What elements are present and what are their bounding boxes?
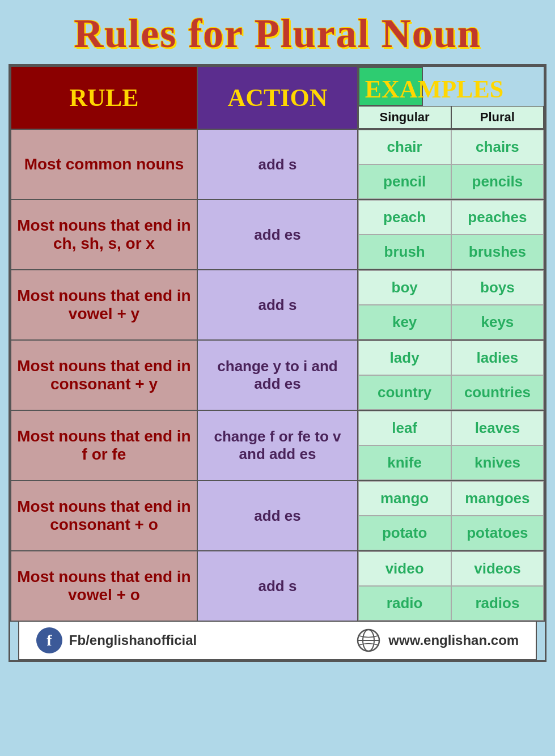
rule-cell: Most nouns that end in vowel + y	[11, 270, 198, 340]
example-pair: brushbrushes	[358, 235, 544, 269]
rule-cell: Most nouns that end in ch, sh, s, or x	[11, 199, 198, 270]
col-rule-header: RULE	[11, 66, 198, 129]
example-singular: knife	[358, 445, 451, 480]
table-row: Most common nounsadd schairchairspencilp…	[11, 129, 545, 199]
example-singular: brush	[358, 235, 451, 269]
action-cell: add s	[197, 551, 357, 621]
example-plural: pencils	[451, 164, 544, 199]
col-plural-label: Plural	[451, 106, 544, 129]
example-singular: lady	[358, 341, 451, 375]
example-plural: radios	[451, 586, 544, 621]
footer-web-section: www.englishan.com	[355, 627, 519, 653]
example-singular: potato	[358, 516, 451, 550]
example-singular: peach	[358, 200, 451, 235]
page-title: Rules for Plural Noun	[6, 10, 549, 57]
facebook-icon: f	[36, 627, 62, 653]
example-plural: leaves	[451, 411, 544, 445]
example-plural: countries	[451, 375, 544, 410]
examples-cell: mangomangoespotatopotatoes	[358, 481, 545, 551]
rule-cell: Most nouns that end in consonant + o	[11, 481, 198, 551]
example-singular: mango	[358, 481, 451, 516]
action-cell: add es	[197, 481, 357, 551]
example-pair: knifeknives	[358, 445, 544, 480]
main-table-container: RULE ACTION EXAMPLES Singular Plural Mos…	[9, 64, 547, 662]
table-header-row: RULE ACTION EXAMPLES Singular Plural	[11, 66, 545, 129]
example-pair: ladyladies	[358, 341, 544, 375]
col-action-header: ACTION	[197, 66, 357, 129]
example-singular: leaf	[358, 411, 451, 445]
example-singular: key	[358, 305, 451, 339]
example-plural: peaches	[451, 200, 544, 235]
example-singular: radio	[358, 586, 451, 621]
action-cell: change f or fe to v and add es	[197, 410, 357, 481]
web-label: www.englishan.com	[388, 632, 519, 648]
examples-cell: ladyladiescountrycountries	[358, 340, 545, 410]
col-examples-label: EXAMPLES	[358, 67, 423, 106]
table-row: Most nouns that end in vowel + yadd sboy…	[11, 270, 545, 340]
example-plural: boys	[451, 270, 544, 305]
examples-cell: leafleavesknifeknives	[358, 410, 545, 481]
examples-cell: chairchairspencilpencils	[358, 129, 545, 199]
example-plural: chairs	[451, 130, 544, 164]
example-pair: mangomangoes	[358, 481, 544, 516]
table-row: Most nouns that end in vowel + oadd svid…	[11, 551, 545, 621]
example-pair: videovideos	[358, 551, 544, 586]
example-plural: mangoes	[451, 481, 544, 516]
globe-icon	[355, 627, 382, 653]
action-cell: add es	[197, 199, 357, 270]
examples-cell: videovideosradioradios	[358, 551, 545, 621]
action-cell: add s	[197, 270, 357, 340]
example-pair: keykeys	[358, 305, 544, 339]
example-plural: potatoes	[451, 516, 544, 550]
table-row: Most nouns that end in f or fechange f o…	[11, 410, 545, 481]
table-body: Most common nounsadd schairchairspencilp…	[11, 129, 545, 621]
rule-cell: Most nouns that end in f or fe	[11, 410, 198, 481]
example-singular: chair	[358, 130, 451, 164]
example-singular: boy	[358, 270, 451, 305]
example-pair: pencilpencils	[358, 164, 544, 199]
example-pair: peachpeaches	[358, 200, 544, 235]
rule-cell: Most nouns that end in vowel + o	[11, 551, 198, 621]
col-examples-header-wrapper: EXAMPLES Singular Plural	[358, 66, 545, 129]
action-cell: change y to i and add es	[197, 340, 357, 410]
action-cell: add s	[197, 129, 357, 199]
examples-cell: peachpeachesbrushbrushes	[358, 199, 545, 270]
example-plural: brushes	[451, 235, 544, 269]
example-pair: boyboys	[358, 270, 544, 305]
example-plural: keys	[451, 305, 544, 339]
rules-table: RULE ACTION EXAMPLES Singular Plural Mos…	[10, 66, 545, 622]
example-pair: radioradios	[358, 586, 544, 621]
table-row: Most nouns that end in consonant + ychan…	[11, 340, 545, 410]
footer-fb-section: f Fb/englishanofficial	[36, 627, 197, 653]
example-singular: video	[358, 551, 451, 586]
col-singular-label: Singular	[358, 106, 451, 129]
example-plural: knives	[451, 445, 544, 480]
page-header: Rules for Plural Noun	[0, 0, 555, 64]
rule-cell: Most nouns that end in consonant + y	[11, 340, 198, 410]
example-pair: leafleaves	[358, 411, 544, 445]
fb-label: Fb/englishanofficial	[69, 632, 197, 648]
example-singular: pencil	[358, 164, 451, 199]
table-row: Most nouns that end in consonant + oadd …	[11, 481, 545, 551]
example-pair: chairchairs	[358, 130, 544, 164]
table-row: Most nouns that end in ch, sh, s, or xad…	[11, 199, 545, 270]
page-footer: f Fb/englishanofficial www.englishan.com	[18, 622, 537, 660]
example-pair: countrycountries	[358, 375, 544, 410]
examples-subheaders: Singular Plural	[358, 106, 544, 129]
examples-cell: boyboyskeykeys	[358, 270, 545, 340]
example-plural: ladies	[451, 341, 544, 375]
example-plural: videos	[451, 551, 544, 586]
example-singular: country	[358, 375, 451, 410]
rule-cell: Most common nouns	[11, 129, 198, 199]
example-pair: potatopotatoes	[358, 516, 544, 550]
